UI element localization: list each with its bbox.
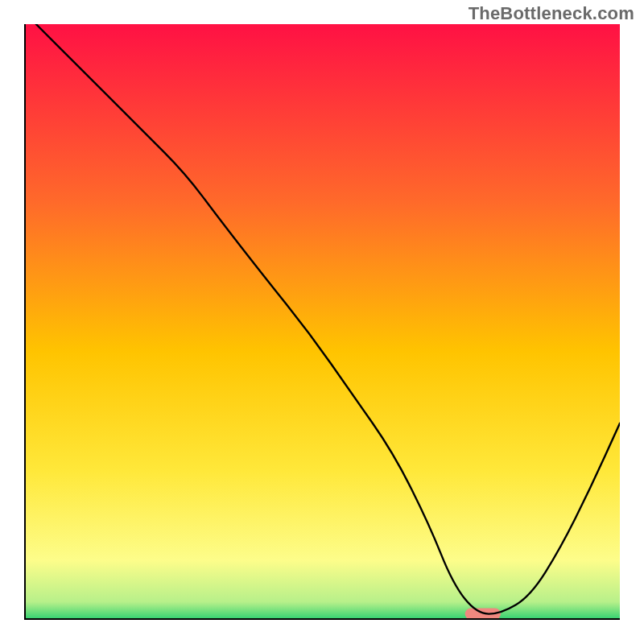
chart-background-gradient [24,24,620,620]
chart-area [24,24,620,620]
watermark-text: TheBottleneck.com [469,3,634,24]
chart-svg [24,24,620,620]
